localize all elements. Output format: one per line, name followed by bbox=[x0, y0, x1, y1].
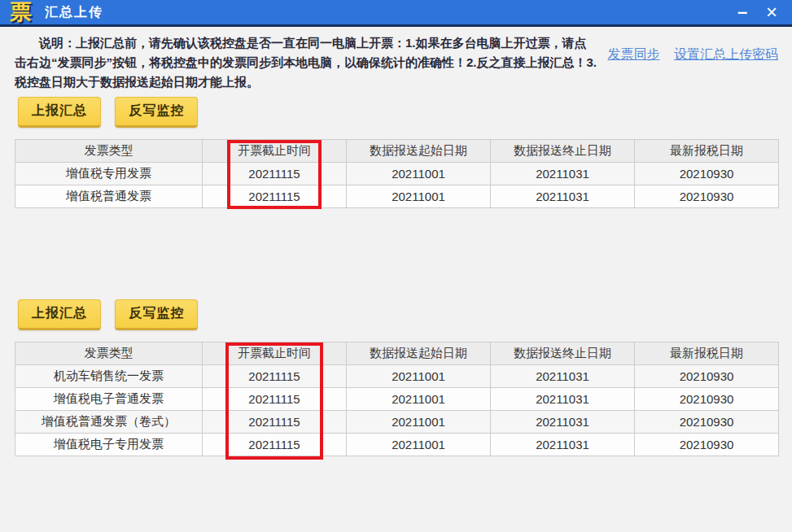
action-buttons-row-2: 上报汇总 反写监控 bbox=[15, 299, 778, 330]
table-row: 增值税电子专用发票2021111520211001202110312021093… bbox=[15, 434, 779, 456]
table-cell: 20211115 bbox=[203, 163, 347, 185]
writeback-monitor-button-2[interactable]: 反写监控 bbox=[115, 299, 198, 330]
report-summary-button-2[interactable]: 上报汇总 bbox=[18, 299, 101, 330]
header-report-end-date: 数据报送终止日期 bbox=[491, 140, 635, 163]
invoice-table-2: 发票类型 开票截止时间 数据报送起始日期 数据报送终止日期 最新报税日期 机动车… bbox=[15, 342, 779, 456]
window-title: 汇总上传 bbox=[45, 4, 103, 21]
table-cell: 增值税专用发票 bbox=[15, 163, 203, 185]
table-cell: 增值税电子专用发票 bbox=[15, 434, 203, 456]
table-cell: 20210930 bbox=[635, 185, 779, 208]
report-summary-button[interactable]: 上报汇总 bbox=[18, 97, 101, 128]
table-row: 增值税普通发票20211115202110012021103120210930 bbox=[15, 185, 779, 208]
table-cell: 20211115 bbox=[203, 185, 347, 208]
header-report-start-date: 数据报送起始日期 bbox=[347, 342, 491, 365]
section-other-invoices: 上报汇总 反写监控 发票类型 开票截止时间 数据报送起始日期 数据报送终止日期 … bbox=[15, 299, 778, 456]
close-button[interactable]: × bbox=[759, 1, 784, 24]
table-cell: 20211001 bbox=[347, 185, 491, 208]
table-cell: 20211001 bbox=[347, 388, 491, 411]
table-cell: 20211001 bbox=[347, 365, 491, 388]
title-bar: 票 汇总上传 – × bbox=[0, 0, 792, 27]
table-row: 增值税专用发票20211115202110012021103120210930 bbox=[15, 163, 779, 185]
table-cell: 20211031 bbox=[491, 365, 635, 388]
table-cell: 20210930 bbox=[635, 434, 779, 456]
header-latest-tax-date: 最新报税日期 bbox=[635, 140, 779, 163]
table-cell: 20210930 bbox=[635, 411, 779, 434]
table-cell: 20211031 bbox=[491, 411, 635, 434]
header-report-start-date: 数据报送起始日期 bbox=[347, 140, 491, 163]
window-controls: – × bbox=[730, 1, 784, 24]
top-right-links: 发票同步 设置汇总上传密码 bbox=[597, 46, 778, 63]
invoice-table-1: 发票类型 开票截止时间 数据报送起始日期 数据报送终止日期 最新报税日期 增值税… bbox=[15, 139, 779, 208]
table-header-row: 发票类型 开票截止时间 数据报送起始日期 数据报送终止日期 最新报税日期 bbox=[15, 342, 779, 365]
table-cell: 20210930 bbox=[635, 163, 779, 185]
table-cell: 20211031 bbox=[491, 434, 635, 456]
table-row: 机动车销售统一发票2021111520211001202110312021093… bbox=[15, 365, 779, 388]
table-cell: 增值税普通发票（卷式） bbox=[15, 411, 203, 434]
table-cell: 20211115 bbox=[203, 434, 347, 456]
minimize-button[interactable]: – bbox=[730, 1, 755, 24]
action-buttons-row-1: 上报汇总 反写监控 bbox=[15, 97, 778, 128]
writeback-monitor-button[interactable]: 反写监控 bbox=[115, 97, 198, 128]
table-cell: 20211001 bbox=[347, 411, 491, 434]
header-invoice-type: 发票类型 bbox=[15, 140, 203, 163]
table-header-row: 发票类型 开票截止时间 数据报送起始日期 数据报送终止日期 最新报税日期 bbox=[15, 140, 779, 163]
invoice-sync-link[interactable]: 发票同步 bbox=[608, 47, 660, 61]
header-invoice-type: 发票类型 bbox=[15, 342, 203, 365]
description-row: 说明：上报汇总前，请先确认该税控盘是否一直在同一电脑上开票：1.如果在多台电脑上… bbox=[15, 30, 778, 92]
table-1-wrapper: 发票类型 开票截止时间 数据报送起始日期 数据报送终止日期 最新报税日期 增值税… bbox=[15, 139, 778, 208]
table-cell: 20210930 bbox=[635, 388, 779, 411]
table-row: 增值税普通发票（卷式）20211115202110012021103120210… bbox=[15, 411, 779, 434]
table-cell: 20211031 bbox=[491, 163, 635, 185]
table-cell: 机动车销售统一发票 bbox=[15, 365, 203, 388]
table-cell: 增值税普通发票 bbox=[15, 185, 203, 208]
table-cell: 20211115 bbox=[203, 388, 347, 411]
table-cell: 20211115 bbox=[203, 365, 347, 388]
set-upload-password-link[interactable]: 设置汇总上传密码 bbox=[674, 47, 778, 61]
table-cell: 20211031 bbox=[491, 388, 635, 411]
table-row: 增值税电子普通发票2021111520211001202110312021093… bbox=[15, 388, 779, 411]
table-cell: 20211001 bbox=[347, 163, 491, 185]
table-cell: 20211115 bbox=[203, 411, 347, 434]
header-issue-deadline: 开票截止时间 bbox=[203, 140, 347, 163]
header-report-end-date: 数据报送终止日期 bbox=[491, 342, 635, 365]
instructions-text: 说明：上报汇总前，请先确认该税控盘是否一直在同一电脑上开票：1.如果在多台电脑上… bbox=[15, 33, 597, 92]
table-cell: 20211031 bbox=[491, 185, 635, 208]
table-cell: 20211001 bbox=[347, 434, 491, 456]
section-special-invoices: 上报汇总 反写监控 发票类型 开票截止时间 数据报送起始日期 数据报送终止日期 … bbox=[15, 97, 778, 208]
table-cell: 增值税电子普通发票 bbox=[15, 388, 203, 411]
table-2-wrapper: 发票类型 开票截止时间 数据报送起始日期 数据报送终止日期 最新报税日期 机动车… bbox=[15, 342, 778, 456]
app-logo-ticket-icon: 票 bbox=[10, 0, 32, 24]
table-cell: 20210930 bbox=[635, 365, 779, 388]
header-latest-tax-date: 最新报税日期 bbox=[635, 342, 779, 365]
header-issue-deadline: 开票截止时间 bbox=[203, 342, 347, 365]
